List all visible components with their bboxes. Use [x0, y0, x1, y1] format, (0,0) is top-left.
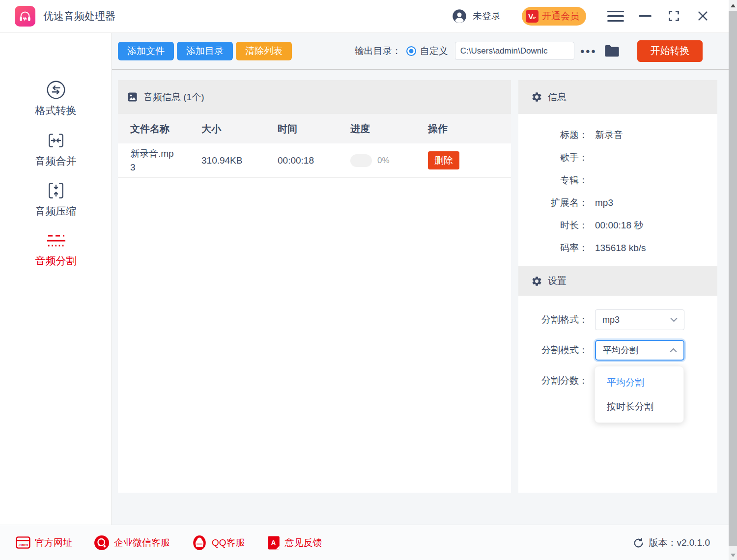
sidebar-item-format-convert[interactable]: 格式转换 [0, 80, 112, 117]
feedback-link[interactable]: A 意见反馈 [267, 535, 322, 550]
user-avatar-icon[interactable] [452, 9, 467, 26]
title-bar: 优速音频处理器 未登录 VIP 开通会员 [0, 0, 737, 32]
cell-size: 310.94KB [201, 155, 278, 166]
add-folder-button[interactable]: 添加目录 [177, 42, 233, 60]
split-format-select[interactable]: mp3 [595, 309, 684, 330]
gear-icon [531, 276, 542, 287]
split-mode-label: 分割模式： [518, 344, 588, 357]
table-row[interactable]: 新录音.mp3 310.94KB 00:00:18 0% 删除 [118, 143, 511, 178]
split-mode-dropdown: 平均分割 按时长分割 [595, 366, 684, 423]
app-window: 优速音频处理器 未登录 VIP 开通会员 [0, 0, 737, 560]
qq-service-link[interactable]: QQ客服 [192, 535, 245, 551]
picture-icon [127, 91, 138, 103]
start-convert-button[interactable]: 开始转换 [637, 40, 703, 62]
more-icon[interactable]: ●●● [580, 47, 596, 55]
website-icon: .com [16, 536, 30, 549]
split-icon [43, 231, 69, 251]
sidebar-item-audio-compress[interactable]: 音频压缩 [0, 180, 112, 218]
vip-icon: VIP [526, 10, 539, 23]
col-filename: 文件名称 [130, 122, 201, 136]
merge-icon [46, 130, 66, 151]
vip-label: 开通会员 [542, 10, 579, 23]
scrollbar-thumb[interactable] [729, 11, 737, 546]
field-label: 扩展名： [518, 196, 588, 209]
split-mode-select[interactable]: 平均分割 [595, 340, 684, 361]
clear-list-button[interactable]: 清除列表 [236, 42, 292, 60]
col-time: 时间 [278, 122, 350, 136]
custom-dir-radio[interactable] [406, 46, 416, 56]
version-label: 版本：v2.0.1.0 [649, 536, 710, 549]
col-action: 操作 [428, 122, 511, 136]
vip-upgrade-button[interactable]: VIP 开通会员 [522, 7, 586, 26]
delete-button[interactable]: 删除 [428, 151, 459, 169]
field-label: 专辑： [518, 174, 588, 187]
settings-header: 设置 [518, 266, 717, 296]
app-logo-icon [15, 6, 35, 27]
field-value: 新录音 [595, 129, 623, 141]
qq-icon [192, 535, 207, 551]
info-header: 信息 [518, 80, 717, 114]
gear-icon [531, 91, 542, 103]
progress-bar [350, 154, 372, 167]
compress-icon [46, 180, 66, 201]
wechat-icon [94, 535, 110, 551]
sidebar-item-label: 格式转换 [35, 104, 77, 117]
col-progress: 进度 [350, 122, 428, 136]
wechat-service-link[interactable]: 企业微信客服 [94, 535, 170, 551]
dropdown-option-by-duration[interactable]: 按时长分割 [595, 394, 683, 419]
feedback-icon: A [267, 535, 281, 550]
toolbar: 添加文件 添加目录 清除列表 输出目录： 自定义 ●●● 开始转换 [112, 33, 729, 70]
dropdown-option-average[interactable]: 平均分割 [595, 370, 683, 394]
split-count-label: 分割分数： [518, 374, 588, 387]
sidebar-item-label: 音频分割 [35, 254, 77, 268]
open-folder-icon[interactable] [604, 44, 620, 57]
audio-list-title: 音频信息 (1个) [143, 91, 204, 104]
maximize-button[interactable] [667, 9, 680, 25]
sidebar-item-audio-split[interactable]: 音频分割 [0, 231, 112, 268]
cell-progress: 0% [350, 154, 428, 167]
custom-dir-label[interactable]: 自定义 [420, 45, 448, 57]
footer-bar: .com 官方网址 企业微信客服 QQ客服 [0, 525, 729, 560]
scrollbar[interactable] [729, 0, 737, 560]
field-label: 标题： [518, 129, 588, 141]
field-label: 时长： [518, 219, 588, 232]
close-button[interactable] [696, 9, 709, 25]
output-dir-label: 输出目录： [355, 45, 401, 57]
add-file-button[interactable]: 添加文件 [118, 42, 174, 60]
audio-list-header: 音频信息 (1个) [118, 80, 511, 114]
chevron-down-icon [670, 317, 678, 322]
sidebar-item-label: 音频压缩 [35, 204, 77, 218]
minimize-button[interactable] [639, 15, 652, 17]
col-size: 大小 [201, 122, 278, 136]
info-title: 信息 [548, 91, 567, 104]
output-path-input[interactable] [455, 42, 574, 60]
svg-text:.com: .com [18, 542, 28, 547]
cell-filename: 新录音.mp3 [130, 147, 175, 174]
app-title: 优速音频处理器 [43, 9, 115, 23]
field-label: 码率： [518, 242, 588, 254]
field-value: 00:00:18 秒 [595, 219, 643, 232]
refresh-icon[interactable] [633, 537, 644, 549]
field-value: 135618 kb/s [595, 243, 646, 253]
split-format-label: 分割格式： [518, 313, 588, 326]
version-info: 版本：v2.0.1.0 [633, 536, 710, 549]
sidebar-item-audio-merge[interactable]: 音频合并 [0, 130, 112, 168]
svg-text:A: A [271, 539, 276, 547]
login-status[interactable]: 未登录 [473, 10, 501, 23]
cell-action: 删除 [428, 151, 511, 169]
field-label: 歌手： [518, 151, 588, 164]
scroll-down-arrow-icon[interactable] [731, 554, 736, 557]
scroll-up-arrow-icon[interactable] [729, 0, 737, 11]
sidebar-item-label: 音频合并 [35, 154, 77, 168]
audio-list-panel: 音频信息 (1个) 文件名称 大小 时间 进度 操作 新录音.mp3 310.9… [118, 80, 511, 493]
official-site-link[interactable]: .com 官方网址 [16, 536, 72, 549]
field-value: mp3 [595, 197, 613, 208]
menu-icon[interactable] [607, 11, 624, 22]
table-header-row: 文件名称 大小 时间 进度 操作 [118, 114, 511, 143]
settings-title: 设置 [548, 275, 567, 287]
info-settings-panel: 信息 标题：新录音 歌手： 专辑： 扩展名：mp3 时长：00:00:18 秒 … [518, 80, 717, 493]
info-fields: 标题：新录音 歌手： 专辑： 扩展名：mp3 时长：00:00:18 秒 码率：… [518, 114, 717, 259]
convert-icon [46, 80, 66, 100]
sidebar: 格式转换 音频合并 音频压缩 [0, 33, 112, 525]
progress-text: 0% [377, 156, 390, 166]
